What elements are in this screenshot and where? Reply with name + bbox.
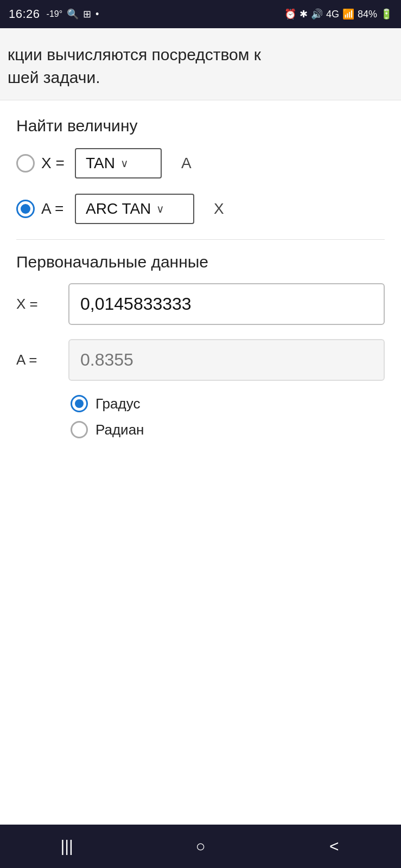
find-section-label: Найти величину [16, 117, 385, 135]
status-temp: -19° [47, 9, 63, 19]
arctan-dropdown[interactable]: ARC TAN ∨ [75, 194, 194, 224]
alarm-icon: ⏰ [284, 8, 296, 20]
main-content: Найти величину X = TAN ∨ A A = ARC TAN ∨… [0, 100, 401, 825]
var-label-a: A = [41, 200, 68, 218]
x-input-label: X = [16, 296, 60, 312]
top-text-line2: шей задачи. [8, 66, 388, 89]
unit-label-radian: Радиан [96, 422, 144, 438]
battery-icon: 🔋 [380, 8, 392, 20]
vol-icon: 🔊 [311, 8, 323, 20]
status-time: 16:26 [9, 7, 40, 21]
formula-row-2: A = ARC TAN ∨ X [16, 194, 385, 224]
tan-dropdown-arrow: ∨ [120, 157, 129, 170]
bottom-nav: ||| ○ < [0, 825, 401, 868]
status-bar-right: ⏰ ✱ 🔊 4G 📶 84% 🔋 [284, 8, 392, 20]
radio-radian[interactable] [71, 421, 88, 438]
unit-group: Градус Радиан [16, 395, 385, 438]
top-text-line1: кции вычисляются посредством к [8, 43, 388, 66]
arctan-dropdown-label: ARC TAN [86, 200, 151, 218]
tan-dropdown[interactable]: TAN ∨ [75, 148, 162, 178]
bluetooth-icon: ✱ [300, 8, 308, 20]
unit-label-gradus: Градус [96, 395, 140, 412]
dot-icon: • [96, 9, 99, 20]
nav-home-icon: ○ [195, 837, 205, 856]
var-label-x: X = [41, 155, 68, 172]
nav-recent-button[interactable]: < [318, 830, 351, 863]
right-var-x: X [214, 200, 224, 218]
status-bar-left: 16:26 -19° 🔍 ⊞ • [9, 7, 99, 21]
lte-icon: 4G [326, 9, 339, 20]
arctan-dropdown-arrow: ∨ [156, 202, 164, 215]
nav-back-button[interactable]: ||| [50, 830, 83, 863]
radio-gradus[interactable] [71, 395, 88, 412]
a-input-label: A = [16, 352, 60, 368]
screen-icon: ⊞ [83, 8, 91, 20]
nav-home-button[interactable]: ○ [184, 830, 217, 863]
nav-back-icon: ||| [60, 837, 73, 856]
battery-level: 84% [358, 9, 377, 20]
a-input-row: A = [16, 339, 385, 381]
section-divider [16, 239, 385, 240]
status-bar: 16:26 -19° 🔍 ⊞ • ⏰ ✱ 🔊 4G 📶 84% 🔋 [0, 0, 401, 28]
signal-icon: 📶 [342, 8, 354, 20]
nav-recent-icon: < [329, 837, 339, 856]
top-text-area: кции вычисляются посредством к шей задач… [0, 28, 401, 100]
a-input[interactable] [68, 339, 385, 381]
radio-a[interactable] [16, 200, 35, 218]
formula-row-1: X = TAN ∨ A [16, 148, 385, 178]
x-input-row: X = [16, 283, 385, 325]
radio-x[interactable] [16, 154, 35, 173]
right-var-a: A [181, 155, 192, 172]
search-icon: 🔍 [67, 8, 79, 20]
data-section-label: Первоначальные данные [16, 253, 385, 271]
unit-row-gradus[interactable]: Градус [71, 395, 385, 412]
tan-dropdown-label: TAN [86, 155, 115, 172]
x-input[interactable] [68, 283, 385, 325]
unit-row-radian[interactable]: Радиан [71, 421, 385, 438]
